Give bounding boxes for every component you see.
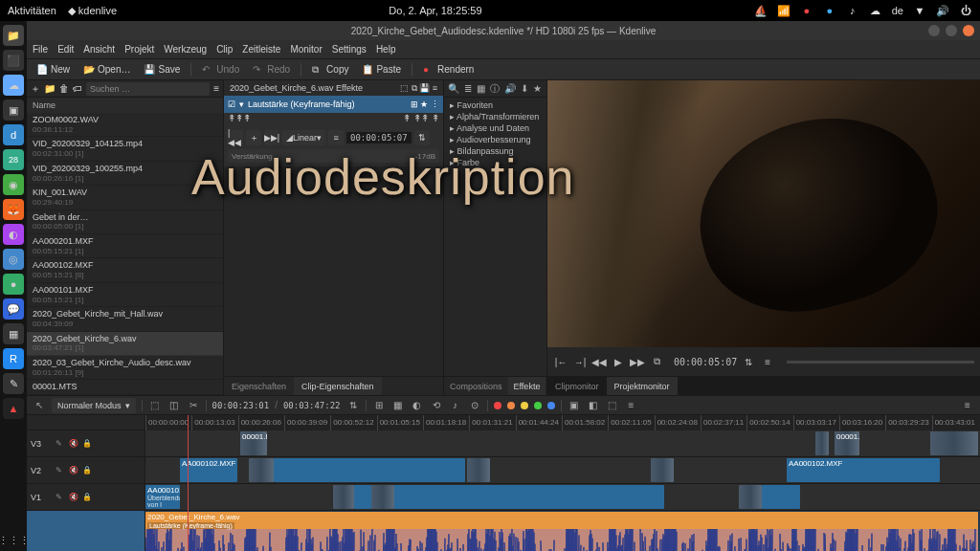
menu-clip[interactable]: Clip — [216, 44, 233, 55]
kf-add-button[interactable]: ＋ — [246, 130, 261, 145]
bin-item[interactable]: AA000101.MXF00:05:15:21 [1] — [27, 283, 223, 307]
minimize-button[interactable] — [928, 25, 940, 36]
monitor-options-button[interactable]: ⧉ — [649, 354, 664, 369]
bin-item[interactable]: 2020_Gebet_Kirche_mit_Hall.wav00:04:39:0… — [27, 307, 223, 331]
dock-app-icon[interactable]: ◉ — [3, 174, 24, 195]
undo-button[interactable]: ↶Undo — [196, 61, 245, 78]
star-icon[interactable]: ★ — [533, 83, 542, 94]
effect-header[interactable]: ☑ ▾ Lautstärke (Keyframe-fähig) ⊞ ★ ⋮ — [224, 96, 443, 113]
maximize-button[interactable] — [946, 25, 957, 36]
tl-icon-button[interactable]: ≡ — [625, 399, 638, 412]
dock-app-icon[interactable]: ◐ — [3, 224, 24, 245]
info-icon[interactable]: ⓘ — [490, 82, 500, 96]
tl-icon-button[interactable]: ▦ — [391, 399, 405, 412]
tray-icon[interactable]: ☁ — [869, 4, 882, 17]
video-clip[interactable] — [815, 431, 829, 455]
track-v3[interactable]: 00001.MTS 00001.MTS — [145, 430, 980, 457]
new-button[interactable]: 📄New — [31, 61, 76, 78]
dock-app-icon[interactable]: R — [3, 348, 24, 369]
copy-button[interactable]: ⧉Copy — [306, 61, 354, 78]
tab-compositions[interactable]: Compositions — [444, 377, 508, 395]
monitor-menu-button[interactable]: ≡ — [760, 354, 775, 369]
bin-item[interactable]: Gebet in der…00:00:05:00 [1] — [27, 210, 223, 234]
menu-tool[interactable]: Werkzeug — [164, 44, 207, 55]
video-clip[interactable] — [394, 485, 664, 509]
mute-icon[interactable]: 🔇 — [69, 493, 78, 502]
dock-app-icon[interactable]: ▦ — [3, 323, 24, 344]
bin-column-header[interactable]: Name — [27, 98, 223, 113]
track-a1[interactable]: 2020_Gebet_Kirche_6.wav Lautstärke (Keyf… — [145, 511, 980, 551]
bin-item[interactable]: 00001.MTS — [27, 380, 223, 395]
video-clip[interactable] — [762, 485, 800, 509]
network-icon[interactable]: ▼ — [913, 4, 926, 17]
video-clip[interactable]: AA000102.MXF — [787, 458, 940, 482]
video-clip[interactable] — [274, 458, 465, 482]
tray-icon[interactable]: ● — [823, 4, 836, 17]
play-button[interactable]: ▶ — [611, 354, 626, 369]
zone-in-button[interactable]: |← — [553, 354, 568, 369]
tl-icon-button[interactable]: ⊙ — [468, 399, 481, 412]
menu-project[interactable]: Projekt — [124, 44, 154, 55]
tray-icon[interactable]: ● — [800, 4, 813, 17]
tl-icon-button[interactable]: ⊞ — [372, 399, 386, 412]
tab-project-monitor[interactable]: Projektmonitor — [607, 377, 678, 395]
lock-icon[interactable]: 🔒 — [82, 439, 92, 449]
cut-tool-button[interactable]: ✂ — [187, 399, 200, 412]
video-clip[interactable] — [467, 458, 490, 482]
dock-files-icon[interactable]: 📁 — [3, 25, 24, 46]
tab-effects[interactable]: Effekte — [508, 377, 546, 395]
dock-app-icon[interactable]: ✎ — [3, 373, 24, 394]
menu-monitor[interactable]: Monitor — [290, 44, 322, 55]
audio-icon[interactable]: 🔊 — [504, 83, 516, 94]
zone-out-button[interactable]: →| — [572, 354, 588, 369]
add-clip-button[interactable]: ＋ — [31, 82, 40, 96]
dock-app-icon[interactable]: ▲ — [3, 398, 24, 419]
activities-button[interactable]: Aktivitäten — [8, 5, 56, 16]
video-clip[interactable] — [371, 485, 394, 509]
video-clip[interactable]: 00001.MTS — [240, 431, 267, 455]
volume-icon[interactable]: 🔊 — [936, 4, 949, 17]
video-clip[interactable] — [651, 458, 674, 482]
rewind-button[interactable]: ◀◀ — [591, 354, 607, 369]
tl-icon-button[interactable]: ⬚ — [606, 399, 619, 412]
tray-icon[interactable]: ⛵ — [754, 4, 768, 17]
bin-item[interactable]: VID_20200329_100255.mp400:00:26:16 [1] — [27, 162, 223, 186]
track-head-v2[interactable]: V2✎🔇🔒 — [27, 457, 145, 484]
redo-button[interactable]: ↷Redo — [247, 61, 296, 78]
mute-icon[interactable]: 🔇 — [69, 439, 78, 449]
video-clip[interactable] — [354, 485, 371, 509]
bin-menu-button[interactable]: ≡ — [213, 83, 219, 94]
effect-category[interactable]: ▸ Audioverbesserung — [444, 134, 546, 145]
video-clip[interactable] — [249, 458, 274, 482]
track-v2[interactable]: AA000102.MXF AA000102.MXF — [145, 457, 980, 484]
edit-icon[interactable]: ✎ — [56, 439, 65, 449]
mute-icon[interactable]: 🔇 — [69, 466, 78, 475]
tl-stepper[interactable]: ⇅ — [346, 399, 360, 412]
dock-app-icon[interactable]: ● — [3, 274, 24, 295]
kf-first-button[interactable]: |◀◀ — [228, 130, 243, 145]
audio-clip[interactable]: 2020_Gebet_Kirche_6.wav Lautstärke (Keyf… — [145, 512, 978, 551]
kf-stepper[interactable]: ⇅ — [414, 130, 430, 145]
dock-chrome-icon[interactable]: ◎ — [3, 249, 24, 270]
timeline-position[interactable]: 00:00:23:01 — [212, 401, 270, 410]
keyframe-ruler[interactable]: ↟↟↟↟ ↟↟ ↟ — [224, 113, 443, 126]
kf-timecode[interactable]: 00:00:05:07 — [346, 132, 412, 143]
effect-category[interactable]: ▸ Analyse und Daten — [444, 122, 546, 134]
open-button[interactable]: 📂Open… — [78, 61, 136, 78]
close-button[interactable] — [963, 25, 974, 36]
lock-icon[interactable]: 🔒 — [82, 466, 92, 475]
menu-file[interactable]: File — [33, 44, 48, 55]
video-clip[interactable] — [333, 485, 354, 509]
effect-category[interactable]: ▸ Bildanpassung — [444, 145, 546, 157]
paste-button[interactable]: 📋Paste — [356, 61, 407, 78]
tl-icon-button[interactable]: ◧ — [587, 399, 600, 412]
color-tag[interactable] — [521, 402, 528, 409]
kf-interp-button[interactable]: ◢ Linear ▾ — [282, 130, 325, 145]
bin-item[interactable]: ZOOM0002.WAV00:36:11:12 — [27, 113, 223, 137]
dock-firefox-icon[interactable]: 🦊 — [3, 199, 24, 220]
download-icon[interactable]: ⬇ — [521, 83, 528, 94]
effect-category[interactable]: ▸ Alpha/Transformieren — [444, 111, 546, 122]
effect-category[interactable]: ▸ Farbe — [444, 157, 546, 168]
playhead[interactable] — [188, 415, 189, 551]
lang-indicator[interactable]: de — [892, 5, 903, 16]
